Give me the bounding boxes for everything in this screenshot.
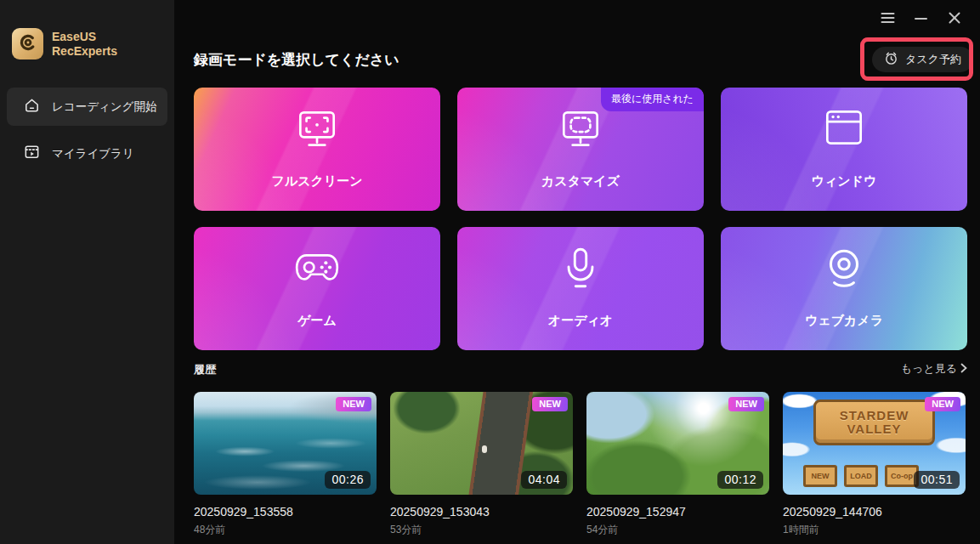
webcam-icon (819, 246, 869, 295)
mode-card-label: ゲーム (194, 313, 440, 329)
new-badge: NEW (532, 397, 568, 411)
new-badge: NEW (728, 397, 764, 411)
duration-badge: 00:26 (325, 471, 371, 489)
game-title-line2: VALLEY (847, 422, 901, 436)
recording-filename: 20250929_153558 (194, 505, 293, 518)
game-title-sign: STARDEW VALLEY (813, 400, 935, 445)
history-thumbnail-park[interactable]: NEW 04:04 (390, 392, 573, 495)
sidebar: EaseUS RecExperts レコーディング開始 マイライブラリ (0, 0, 174, 544)
recording-age: 48分前 (194, 523, 225, 537)
mode-card-webcam[interactable]: ウェブカメラ (721, 227, 967, 350)
gamepad-icon (292, 246, 342, 295)
history-thumbnail-ocean[interactable]: NEW 00:26 (194, 392, 377, 495)
brand-name: EaseUS RecExperts (52, 30, 117, 59)
recording-age: 54分前 (586, 523, 618, 537)
hamburger-menu-icon (881, 12, 895, 27)
easeus-logo-icon (17, 31, 39, 57)
duration-badge: 04:04 (521, 471, 567, 489)
microphone-icon (556, 246, 605, 295)
recording-filename: 20250929_153043 (390, 505, 490, 518)
game-menu-button-load: LOAD (844, 465, 878, 487)
recording-filename: 20250929_152947 (586, 505, 686, 518)
home-icon (23, 96, 41, 117)
close-icon (949, 12, 960, 27)
new-badge: NEW (925, 397, 960, 411)
mode-card-game[interactable]: ゲーム (194, 227, 440, 350)
see-more-link[interactable]: もっと見る (901, 361, 967, 377)
minimize-icon (915, 12, 927, 27)
recording-age: 53分前 (390, 523, 422, 537)
app-window: EaseUS RecExperts レコーディング開始 マイライブラリ (0, 0, 980, 544)
sidebar-item-start-recording[interactable]: レコーディング開始 (7, 88, 167, 126)
thumbnail-person-shape (482, 445, 487, 453)
custom-region-icon (556, 106, 605, 156)
mode-card-label: フルスクリーン (194, 173, 440, 190)
brand-line2: RecExperts (52, 44, 117, 59)
app-window-icon (819, 106, 869, 156)
task-schedule-label: タスク予約 (905, 52, 961, 67)
last-used-badge: 最後に使用された (601, 88, 704, 111)
task-schedule-button[interactable]: タスク予約 (872, 47, 973, 72)
history-section-title: 履歴 (194, 362, 216, 377)
see-more-label: もっと見る (901, 361, 957, 377)
history-thumbnail-leaves[interactable]: NEW 00:12 (586, 392, 769, 495)
fullscreen-monitor-icon (292, 106, 342, 156)
page-title: 録画モードを選択してください (194, 50, 399, 70)
recording-filename: 20250929_144706 (783, 505, 882, 518)
sidebar-item-label: マイライブラリ (52, 146, 134, 162)
mode-card-label: カスタマイズ (457, 173, 704, 190)
video-library-icon (23, 143, 41, 164)
new-badge: NEW (336, 397, 371, 411)
duration-badge: 00:51 (914, 471, 960, 489)
mode-card-audio[interactable]: オーディオ (457, 227, 704, 350)
recording-age: 1時間前 (783, 523, 819, 537)
brand-line1: EaseUS (52, 30, 117, 44)
mode-card-label: オーディオ (457, 313, 704, 329)
mode-card-customize[interactable]: 最後に使用された カスタマイズ (457, 88, 704, 211)
sidebar-item-label: レコーディング開始 (52, 99, 156, 115)
history-thumbnail-stardew[interactable]: STARDEW VALLEY NEW LOAD Co-op NEW 00:51 (783, 392, 966, 495)
mode-card-label: ウェブカメラ (721, 313, 967, 329)
window-menu-button[interactable] (878, 10, 897, 29)
window-minimize-button[interactable] (911, 10, 930, 29)
mode-card-label: ウィンドウ (721, 173, 967, 190)
chevron-right-icon (960, 361, 967, 377)
mode-card-fullscreen[interactable]: フルスクリーン (194, 88, 440, 211)
window-close-button[interactable] (945, 10, 964, 29)
alarm-clock-icon (884, 51, 898, 69)
duration-badge: 00:12 (717, 471, 763, 489)
game-menu-button-new: NEW (803, 465, 837, 487)
mode-card-window[interactable]: ウィンドウ (721, 88, 967, 211)
sidebar-item-my-library[interactable]: マイライブラリ (7, 134, 167, 173)
app-logo (12, 28, 43, 60)
game-title-line1: STARDEW (840, 409, 909, 422)
